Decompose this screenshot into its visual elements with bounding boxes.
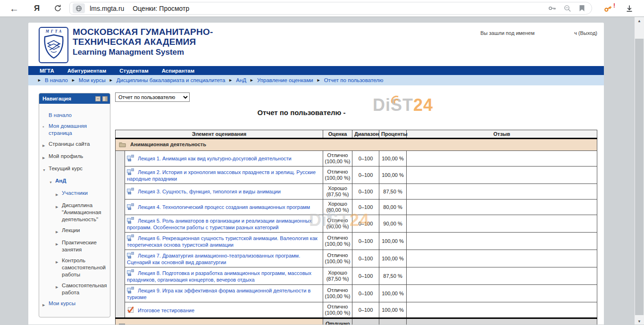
breadcrumb-link[interactable]: Управление оценками [257,77,313,83]
breadcrumb-link[interactable]: Дисциплины бакалавриата и специалитета [117,77,226,83]
breadcrumb-link[interactable]: Мои курсы [79,77,106,83]
sidebar-nav-item[interactable]: Моя домашняя страница [42,123,108,137]
grade-item-link[interactable]: Лекция 1. Анимация как вид культурно-дос… [138,156,292,161]
scroll-up-icon[interactable]: ▲ [635,19,644,23]
feedback-cell [407,184,597,200]
site-globe-icon[interactable] [73,3,85,13]
url-text[interactable]: lms.mgta.ru [90,5,124,12]
course-total-label: Итоговая оценка за курс [129,324,195,325]
navbar-link[interactable]: МГТА [40,68,54,74]
find-on-page-icon[interactable] [564,5,571,12]
feedback-cell [407,285,597,302]
breadcrumb-separator-icon: ► [109,78,113,83]
indent-cell [116,200,125,215]
grade-item-row: Лекция 4. Технологический процесс создан… [116,200,597,215]
logout-link[interactable]: ч (Выход) [574,30,597,36]
breadcrumb-link[interactable]: В начало [45,77,68,83]
grade-word: Хорошо [324,201,351,207]
breadcrumb: ► В начало ► Мои курсы ► Дисциплины бака… [28,75,604,85]
bookmark-icon[interactable] [579,5,585,12]
grade-cell: Хорошо (87,50 %) [323,184,352,200]
sidebar-item-label: Самостоятельная работа [62,282,108,296]
tree-marker-icon [42,165,49,174]
academy-logo[interactable]: МГТА [39,27,68,63]
signal-arcs-icon [390,89,403,109]
indent-cell [116,167,125,184]
grade-item-link[interactable]: Лекция 2. История и хронология массовых … [127,169,316,182]
sidebar-nav-item[interactable]: Участники [42,190,108,198]
sidebar-nav-item[interactable]: В начало [42,112,108,119]
indent-cell [116,302,125,318]
sidebar-item-label: Моя домашняя страница [49,123,108,137]
sidebar-nav-item[interactable]: Текущий курс [42,165,108,174]
scrollbar-thumb[interactable] [635,39,644,315]
sidebar-nav-item[interactable]: Мои курсы [42,300,108,308]
sidebar-item-label: Дисциплина "Анимационная деятельность" [62,202,108,223]
grade-item-link[interactable]: Лекция 6. Рекреационная сущность туристс… [127,235,318,248]
tree-marker-icon [56,239,62,253]
sidebar-nav-item[interactable]: Лекции [42,227,108,235]
sidebar-nav-item[interactable]: Самостоятельная работа [42,282,108,296]
grade-percent: (100,00 %) [324,293,351,300]
grade-item-link[interactable]: Итоговое тестирование [138,308,194,313]
grade-word: Отлично [324,321,351,325]
grade-item-link[interactable]: Лекция 5. Роль аниматоров в организации … [127,218,312,230]
navigation-block: Навигация – В начало [39,93,110,317]
navbar-link[interactable]: Аспирантам [162,68,194,74]
report-type-select[interactable]: Отчет по пользователю [115,92,190,102]
grade-item-row: Лекция 7. Драматургия анимационно-театра… [116,250,597,267]
grade-item-link[interactable]: Лекция 7. Драматургия анимационно-театра… [127,253,300,265]
breadcrumb-separator-icon: ► [71,78,75,83]
page-body: Навигация – В начало [28,85,604,325]
refresh-icon[interactable] [54,4,62,12]
top-navbar: МГТААбитуриентамСтудентамАспирантам [28,66,604,75]
tree-marker-icon [56,227,62,235]
scroll-down-icon[interactable]: ▼ [635,319,644,324]
breadcrumb-link[interactable]: Отчет по пользователю [324,77,384,83]
sidebar-nav-item[interactable]: Страницы сайта [42,141,108,149]
breadcrumb-item: ► В начало [34,77,68,83]
range-cell: 0–100 [352,250,379,267]
navbar-link[interactable]: Студентам [119,68,149,74]
sidebar-nav-item[interactable]: АнД [42,177,108,186]
grade-cell: Отлично (90,00 %) [323,215,352,233]
back-button[interactable]: ← [9,4,19,13]
sidebar-nav-item[interactable]: Практические занятия [42,239,108,253]
sidebar-nav-item[interactable]: Дисциплина "Анимационная деятельность" [42,202,108,223]
breadcrumb-link[interactable]: АнД [236,77,246,83]
lesson-icon [127,234,134,242]
page-title: Отчет по пользователю - [115,108,488,117]
yandex-browser-logo[interactable]: Я [34,4,40,13]
address-bar[interactable]: lms.mgta.ru Оценки: Просмотр [69,2,592,15]
sidebar-nav-item[interactable]: Контроль самостоятельной работы [42,257,108,278]
tree-marker-icon [56,190,62,198]
grade-item-row: Лекция 6. Рекреационная сущность туристс… [116,233,597,250]
grade-cell: Отлично (100,00 %) [323,250,352,267]
sidebar: Навигация – В начало [39,93,110,325]
grade-item-link[interactable]: Лекция 9. Игра как эффективная форма ани… [127,288,310,300]
grade-item-link[interactable]: Лекция 8. Подготовка и разработка анимац… [127,270,311,283]
percent-cell: 80,00 % [379,200,407,215]
page-viewport: МГТА МОСКОВСКАЯ ГУМАНИТАРНО- ТЕХНИЧЕСКАЯ… [0,17,644,325]
breadcrumb-separator-icon: ► [228,78,233,83]
indent-cell [116,215,125,233]
grade-percent: (100,00 %) [324,241,351,247]
grade-percent: (80,00 %) [324,207,351,213]
sidebar-nav-item[interactable]: Мой профиль [42,153,108,161]
extension-key-icon[interactable]: ! [603,4,613,13]
download-icon[interactable] [625,4,634,13]
table-header-row: Элемент оценивания Оценка Диапазон Проце… [116,130,597,139]
feedback-cell [407,233,597,250]
password-key-icon[interactable] [548,5,556,12]
collapse-block-icon[interactable]: – [95,96,100,101]
grade-word: Хорошо [324,185,351,192]
grade-word: Отлично [324,252,351,258]
vertical-scrollbar[interactable]: ▲ ▼ [635,17,644,325]
grade-item-link[interactable]: Лекция 4. Технологический процесс создан… [138,204,310,210]
category-row: Анимационная деятельность [116,139,597,151]
grade-item-link[interactable]: Лекция 3. Сущность, функция, типология и… [138,189,281,194]
percent-cell: 87,50 % [379,267,407,285]
breadcrumb-separator-icon: ► [37,78,42,83]
dock-block-icon[interactable] [102,96,108,101]
navbar-link[interactable]: Абитуриентам [67,68,106,74]
